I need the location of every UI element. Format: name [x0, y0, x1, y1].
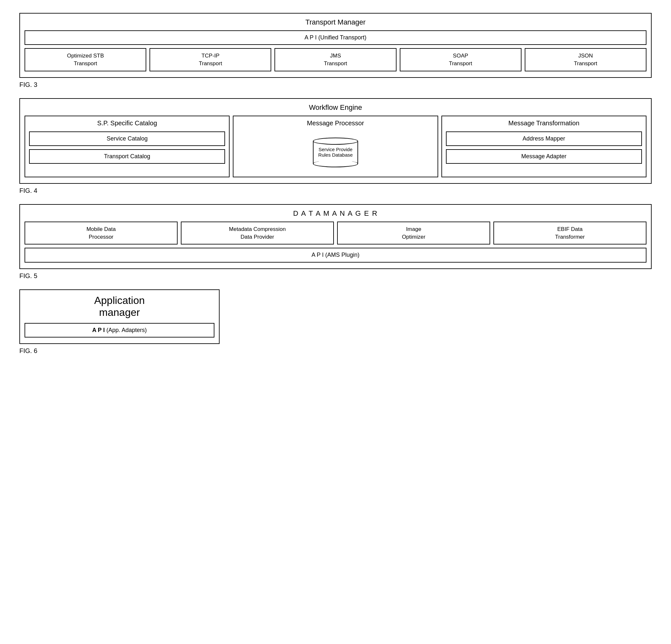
fig3-diagram: Transport Manager A P I (Unified Transpo…: [20, 13, 651, 88]
fig3-transport-4: JSON Transport: [525, 48, 646, 71]
fig4-database-cylinder: Service Provide Rules Database: [313, 134, 358, 171]
fig5-component-2: Image Optimizer: [337, 222, 490, 245]
fig5-api-box: A P I (AMS Plugin): [25, 248, 646, 262]
fig4-col2: Message Processor Service Provide Rules …: [233, 116, 438, 177]
fig5-outer-box: D A T A M A N A G E R Mobile Data Proces…: [20, 204, 651, 269]
fig4-col2-title: Message Processor: [307, 119, 364, 127]
cylinder-top-ellipse: [313, 138, 358, 145]
fig3-transport-3: SOAP Transport: [400, 48, 521, 71]
fig3-outer-box: Transport Manager A P I (Unified Transpo…: [20, 13, 651, 78]
fig3-api-row: A P I (Unified Transport): [25, 30, 646, 45]
fig6-api-box: A P I (App. Adapters): [25, 323, 214, 338]
fig3-label: FIG. 3: [20, 81, 651, 88]
fig4-label: FIG. 4: [20, 187, 651, 194]
fig5-title: D A T A M A N A G E R: [25, 209, 646, 218]
fig5-component-1: Metadata Compression Data Provider: [181, 222, 334, 245]
fig5-component-0: Mobile Data Processor: [25, 222, 178, 245]
fig4-diagram: Workflow Engine S.P. Specific Catalog Se…: [20, 98, 651, 194]
fig5-diagram: D A T A M A N A G E R Mobile Data Proces…: [20, 204, 651, 280]
fig3-transport-0: Optimized STB Transport: [25, 48, 146, 71]
fig3-transports-row: Optimized STB Transport TCP-IP Transport…: [25, 48, 646, 71]
fig3-title: Transport Manager: [25, 18, 646, 26]
fig4-outer-box: Workflow Engine S.P. Specific Catalog Se…: [20, 98, 651, 184]
fig4-transport-catalog: Transport Catalog: [29, 149, 225, 164]
fig4-message-adapter: Message Adapter: [446, 149, 642, 164]
fig4-service-catalog: Service Catalog: [29, 131, 225, 146]
cylinder-text: Service Provide Rules Database: [314, 147, 357, 157]
fig4-col1: S.P. Specific Catalog Service Catalog Tr…: [25, 116, 230, 177]
fig4-columns: S.P. Specific Catalog Service Catalog Tr…: [25, 116, 646, 177]
cylinder-bottom-ellipse: [313, 160, 358, 167]
fig6-diagram: Application manager A P I (App. Adapters…: [20, 289, 651, 355]
fig5-component-3: EBIF Data Transformer: [493, 222, 646, 245]
fig6-outer-box: Application manager A P I (App. Adapters…: [20, 289, 219, 344]
fig3-transport-1: TCP-IP Transport: [150, 48, 271, 71]
fig4-col3-title: Message Transformation: [446, 119, 642, 127]
fig4-address-mapper: Address Mapper: [446, 131, 642, 146]
fig3-transport-2: JMS Transport: [275, 48, 396, 71]
fig6-label: FIG. 6: [20, 347, 651, 355]
fig6-title: Application manager: [25, 294, 214, 318]
fig3-api-box: A P I (Unified Transport): [25, 30, 646, 45]
fig4-col3: Message Transformation Address Mapper Me…: [441, 116, 646, 177]
fig5-components-row: Mobile Data Processor Metadata Compressi…: [25, 222, 646, 245]
fig4-title: Workflow Engine: [25, 103, 646, 112]
fig4-col1-title: S.P. Specific Catalog: [29, 119, 225, 127]
fig5-label: FIG. 5: [20, 272, 651, 280]
